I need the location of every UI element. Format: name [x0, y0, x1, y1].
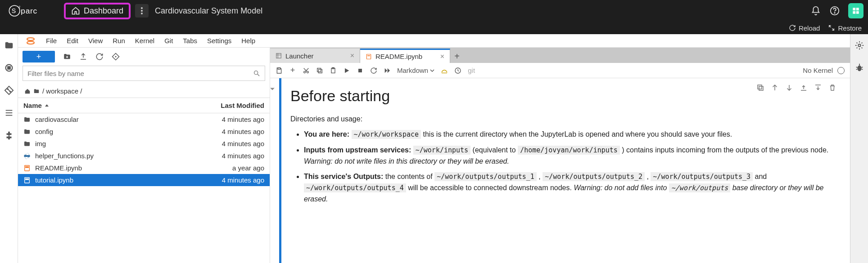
menu-help[interactable]: Help: [241, 37, 255, 45]
dashboard-button[interactable]: Dashboard: [64, 3, 131, 19]
moveup-icon[interactable]: [771, 84, 779, 92]
col-modified[interactable]: Last Modified: [192, 102, 264, 109]
breadcrumb[interactable]: / workspace /: [18, 85, 270, 98]
kernel-status-icon[interactable]: [837, 67, 845, 74]
reload-label: Reload: [799, 24, 820, 32]
home-small-icon: [24, 88, 31, 94]
svg-text:2: 2: [19, 5, 21, 9]
git-stash-icon[interactable]: [112, 53, 120, 61]
file-modified: 4 minutes ago: [192, 140, 264, 147]
file-list: cardiovascular4 minutes agoconfig4 minut…: [18, 113, 270, 186]
file-row[interactable]: README.ipynba year ago: [18, 162, 270, 174]
tab-strip: Launcher × README.ipynb × +: [270, 48, 850, 63]
git-icon[interactable]: [4, 85, 14, 95]
jupyterlab: File Edit View Run Kernel Git Tabs Setti…: [0, 34, 868, 263]
search-icon: [253, 70, 260, 77]
svg-rect-26: [26, 166, 29, 167]
property-inspector-icon[interactable]: [854, 40, 864, 50]
tab-launcher[interactable]: Launcher ×: [270, 49, 360, 63]
col-name[interactable]: Name: [23, 102, 42, 109]
new-folder-icon[interactable]: [63, 53, 71, 61]
reload-button[interactable]: Reload: [789, 24, 820, 32]
svg-point-20: [27, 38, 34, 40]
svg-rect-29: [276, 53, 281, 58]
delete-cell-icon[interactable]: [828, 84, 836, 92]
project-menu-button[interactable]: [135, 4, 149, 18]
menu-kernel[interactable]: Kernel: [135, 37, 154, 45]
file-row[interactable]: img4 minutes ago: [18, 138, 270, 150]
menu-tabs[interactable]: Tabs: [183, 37, 197, 45]
restart-icon[interactable]: [370, 67, 377, 74]
upload-icon[interactable]: [79, 53, 87, 61]
copy-icon[interactable]: [316, 67, 323, 74]
new-tab-button[interactable]: +: [450, 49, 464, 63]
notifications-button[interactable]: [810, 5, 821, 16]
breadcrumb-path: / workspace /: [42, 87, 82, 95]
svg-rect-39: [358, 69, 362, 72]
menu-run[interactable]: Run: [113, 37, 125, 45]
kernel-name[interactable]: No Kernel: [803, 67, 833, 74]
refresh-icon[interactable]: [95, 53, 104, 61]
close-tab-button[interactable]: ×: [350, 52, 354, 60]
svg-point-23: [254, 71, 258, 75]
insert-above-icon[interactable]: [800, 84, 808, 92]
markdown-cell[interactable]: Before starting Directories and usage: Y…: [279, 78, 850, 263]
file-row[interactable]: cardiovascular4 minutes ago: [18, 113, 270, 125]
duplicate-icon[interactable]: [756, 84, 764, 92]
svg-text:parc: parc: [21, 6, 37, 15]
file-modified: 4 minutes ago: [192, 152, 264, 160]
debugger-icon[interactable]: [854, 63, 864, 73]
svg-rect-12: [856, 11, 859, 14]
menu-edit[interactable]: Edit: [67, 37, 78, 45]
dashboard-label: Dashboard: [84, 6, 123, 16]
menu-bar: File Edit View Run Kernel Git Tabs Setti…: [18, 34, 850, 48]
run-all-icon[interactable]: [384, 67, 391, 74]
new-launcher-button[interactable]: +: [23, 51, 55, 62]
save-icon[interactable]: [276, 67, 283, 74]
extension-icon[interactable]: [4, 130, 14, 140]
menu-file[interactable]: File: [46, 37, 57, 45]
file-name: README.ipynb: [35, 164, 82, 172]
close-tab-button[interactable]: ×: [440, 53, 444, 61]
git-label[interactable]: git: [468, 67, 475, 74]
movedown-icon[interactable]: [785, 84, 793, 92]
file-row[interactable]: tutorial.ipynb4 minutes ago: [18, 174, 270, 186]
file-filter-input[interactable]: [27, 70, 249, 77]
render-icon[interactable]: [441, 67, 448, 74]
notebook-icon: [366, 53, 372, 60]
toc-icon[interactable]: [4, 108, 14, 118]
collapse-heading-button[interactable]: [270, 86, 275, 92]
paste-icon[interactable]: [330, 67, 337, 74]
svg-rect-35: [318, 69, 322, 73]
file-name: img: [35, 140, 46, 147]
file-filter[interactable]: [23, 66, 265, 81]
run-icon[interactable]: [343, 67, 350, 74]
notebook-area: Launcher × README.ipynb × +: [270, 48, 850, 263]
file-row[interactable]: config4 minutes ago: [18, 125, 270, 138]
svg-point-8: [834, 13, 835, 13]
dots-vertical-icon: [140, 7, 143, 15]
insert-below-icon[interactable]: [814, 84, 822, 92]
stop-icon[interactable]: [357, 67, 364, 74]
menu-git[interactable]: Git: [164, 37, 173, 45]
folder-icon[interactable]: [4, 40, 14, 50]
svg-line-50: [861, 69, 863, 70]
menu-settings[interactable]: Settings: [207, 37, 231, 45]
cut-icon[interactable]: [303, 67, 310, 74]
tab-readme[interactable]: README.ipynb ×: [360, 49, 450, 63]
file-modified: 4 minutes ago: [192, 116, 264, 123]
launcher-icon: [276, 53, 282, 59]
help-button[interactable]: [829, 5, 840, 16]
bell-icon: [811, 6, 821, 16]
menu-view[interactable]: View: [88, 37, 103, 45]
celltype-select[interactable]: Markdown: [397, 67, 434, 74]
svg-point-45: [857, 66, 861, 71]
user-avatar[interactable]: [848, 3, 863, 18]
clock-icon[interactable]: [454, 67, 461, 74]
add-cell-button[interactable]: +: [289, 67, 296, 74]
file-row[interactable]: helper_functions.py4 minutes ago: [18, 150, 270, 162]
restore-button[interactable]: Restore: [828, 24, 862, 32]
svg-rect-14: [8, 67, 10, 69]
file-name: config: [35, 128, 53, 135]
running-icon[interactable]: [4, 63, 14, 73]
